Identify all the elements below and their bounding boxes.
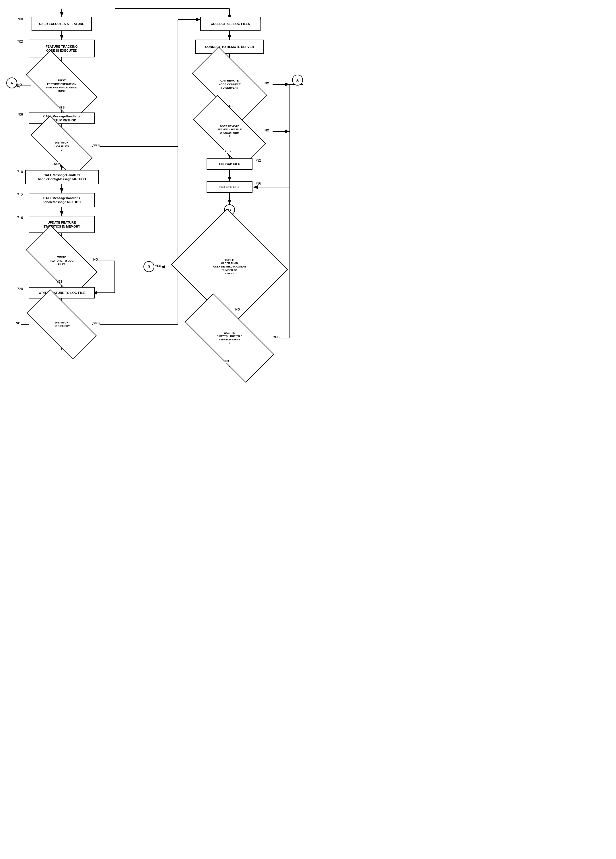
does-remote-yes-label: YES (225, 149, 231, 153)
ref-710: 710 (17, 170, 23, 174)
ref-712: 712 (17, 193, 23, 197)
dispatch-708-no-label: NO (54, 162, 59, 166)
write-feature-q-diamond: WRITEFEATURE TO LOGFILE? (29, 244, 95, 278)
is-file-older-diamond: IS FILEOLDER THANUSER DEFINED MAXIMUMNUM… (187, 227, 273, 306)
user-executes-box: USER EXECUTES A FEATURE (31, 17, 92, 31)
circle-a-right: A (292, 75, 303, 86)
first-feature-no-label: NO (17, 83, 22, 86)
does-remote-diamond: DOES REMOTESERVER HAVE FILEUPLOAD FORM? (195, 114, 264, 149)
dispatch-708-yes-label: YES (93, 144, 100, 147)
ref-700: 700 (17, 17, 23, 21)
ref-716: 716 (17, 216, 23, 220)
ref-702: 702 (17, 40, 23, 44)
is-file-older-yes-label: YES (155, 264, 161, 267)
write-feature-no-label: NO (93, 258, 98, 261)
write-feature-log-box: WRITE FEATURE TO LOG FILE (29, 287, 95, 298)
is-file-older-no-label: NO (235, 308, 240, 311)
dispatch-log-708-diamond: DISPATCHLOG FILES? (31, 133, 92, 160)
delete-file-box: DELETE FILE (207, 181, 253, 193)
dispatch-log-722-diamond: DISPATCHLOG FILES? (29, 308, 95, 341)
collect-log-box: COLLECT ALL LOG FILES (200, 17, 260, 31)
ref-706: 706 (17, 112, 23, 117)
was-dispatch-yes-label: YES (273, 335, 279, 339)
first-feature-yes-label: YES (58, 106, 65, 109)
upload-file-box: UPLOAD FILE (207, 158, 253, 170)
call-startup-box: CALL MessageHandler'sSTARTUP METHOD (29, 112, 95, 124)
first-feature-diamond: FIRSTFEATURE EXECUTIONFOR THE APPLICATIO… (29, 68, 95, 103)
call-handlemessage-box: CALL MessageHandler'shandleMessage METHO… (29, 193, 95, 207)
connect-remote-box: CONNECT TO REMOTE SERVER (195, 40, 264, 54)
was-dispatch-diamond: WAS THEDISPATCH DUE TO ASTARTUP EVENT? (187, 318, 273, 358)
ref-732: 732 (255, 158, 261, 162)
dispatch-722-no-label: NO (16, 322, 21, 325)
dispatch-722-yes-label: YES (93, 322, 100, 325)
can-remote-no-label: NO (265, 81, 270, 85)
feature-tracking-box: FEATURE TRACKINGCODE IS EXECUTED (29, 40, 95, 58)
call-handleconfig-box: CALL MessageHandler'shandleConfigMessage… (25, 170, 99, 184)
was-dispatch-no-label: NO (225, 359, 229, 363)
ref-736: 736 (255, 181, 261, 186)
ref-720: 720 (17, 287, 23, 291)
circle-b-left: B (143, 261, 154, 272)
can-remote-diamond: CAN REMOTENODE CONNECTTO SERVER? (195, 66, 264, 103)
write-feature-yes-label: YES (56, 280, 62, 283)
does-remote-no-label: NO (265, 128, 270, 132)
circle-a-left: A (6, 78, 17, 88)
update-feature-box: UPDATE FEATURESTATISTICS IN MEMORY (29, 216, 95, 233)
flowchart-diagram: 700 702 704 706 708 710 712 716 718 720 … (0, 0, 308, 430)
